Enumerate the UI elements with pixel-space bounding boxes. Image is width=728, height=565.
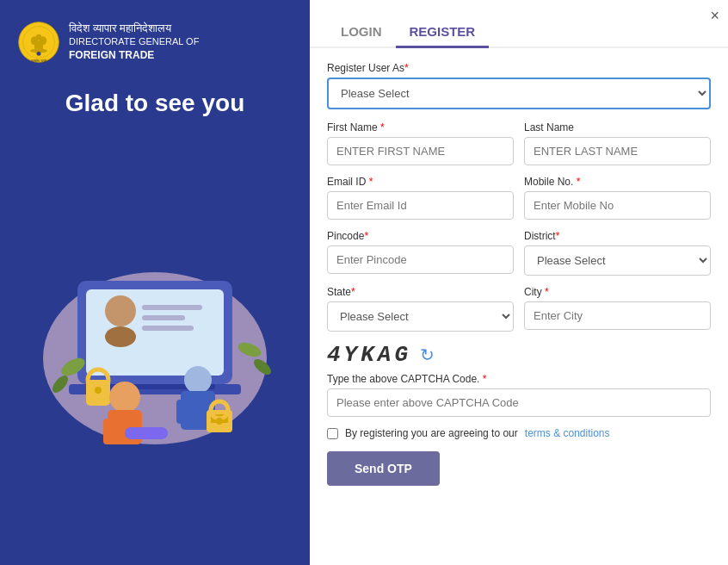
captcha-code: 4YKAG (327, 342, 411, 368)
last-name-input[interactable] (524, 137, 711, 165)
email-input[interactable] (327, 191, 514, 220)
svg-point-21 (95, 387, 102, 394)
email-mobile-row: Email ID * Mobile No. * (327, 176, 711, 220)
pincode-group: Pincode* (327, 230, 514, 276)
captcha-input-group: Type the above CAPTCHA Code. * (327, 373, 711, 417)
svg-point-7 (37, 52, 41, 56)
city-group: City * (524, 286, 711, 332)
city-label: City * (524, 286, 711, 298)
modal-container: सत्यमेव जयते विदेश व्यापार महानिदेशालय D… (0, 0, 728, 565)
illustration-svg (26, 212, 284, 470)
name-row: First Name * Last Name (327, 121, 711, 165)
logo-area: सत्यमेव जयते विदेश व्यापार महानिदेशालय D… (17, 21, 293, 64)
district-select[interactable]: Please Select (524, 245, 711, 276)
first-name-group: First Name * (327, 121, 514, 165)
svg-rect-16 (142, 326, 194, 331)
tab-login[interactable]: LOGIN (327, 17, 396, 48)
pincode-label: Pincode* (327, 230, 514, 242)
glad-heading: Glad to see you (65, 90, 245, 117)
last-name-group: Last Name (524, 121, 711, 165)
first-name-label: First Name * (327, 121, 514, 133)
svg-point-38 (216, 418, 223, 425)
logo-english: DIRECTORATE GENERAL OF FOREIGN TRADE (69, 35, 199, 63)
svg-rect-29 (194, 400, 208, 424)
svg-rect-14 (142, 305, 202, 310)
pincode-input[interactable] (327, 245, 514, 274)
register-user-as-group: Register User As* Please Select (327, 62, 711, 109)
register-form: Register User As* Please Select First Na… (310, 48, 728, 565)
logo-text-area: विदेश व्यापार महानिदेशालय DIRECTORATE GE… (69, 22, 199, 63)
mobile-group: Mobile No. * (524, 176, 711, 220)
captcha-input[interactable] (327, 388, 711, 417)
register-user-as-label: Register User As* (327, 62, 711, 74)
district-label: District* (524, 230, 711, 242)
register-user-as-select[interactable]: Please Select (327, 78, 711, 109)
terms-checkbox[interactable] (327, 428, 338, 439)
mobile-label: Mobile No. * (524, 176, 711, 188)
tab-register[interactable]: REGISTER (396, 17, 490, 48)
svg-text:सत्यमेव जयते: सत्यमेव जयते (30, 59, 47, 63)
svg-point-12 (105, 295, 136, 326)
state-city-row: State* Please Select City * (327, 286, 711, 332)
svg-point-26 (184, 366, 212, 394)
captcha-display: 4YKAG ↻ (327, 342, 711, 368)
svg-point-22 (109, 382, 140, 413)
svg-rect-24 (103, 419, 119, 444)
state-group: State* Please Select (327, 286, 514, 332)
terms-row: By registering you are agreeing to our t… (327, 427, 711, 439)
last-name-label: Last Name (524, 121, 711, 133)
district-group: District* Please Select (524, 230, 711, 276)
captcha-refresh-icon[interactable]: ↻ (420, 345, 435, 365)
first-name-input[interactable] (327, 137, 514, 165)
emblem-icon: सत्यमेव जयते (17, 21, 60, 64)
logo-hindi: विदेश व्यापार महानिदेशालय (69, 22, 199, 35)
tabs-bar: LOGIN REGISTER (310, 0, 728, 48)
city-input[interactable] (524, 301, 711, 330)
state-label: State* (327, 286, 514, 298)
email-group: Email ID * (327, 176, 514, 220)
pincode-district-row: Pincode* District* Please Select (327, 230, 711, 276)
mobile-input[interactable] (524, 191, 711, 220)
svg-point-13 (105, 326, 136, 347)
svg-rect-30 (125, 427, 168, 439)
email-label: Email ID * (327, 176, 514, 188)
svg-point-6 (36, 34, 42, 40)
send-otp-button[interactable]: Send OTP (327, 451, 440, 486)
right-panel: × LOGIN REGISTER Register User As* Pleas… (310, 0, 728, 565)
terms-text: By registering you are agreeing to our (345, 427, 518, 439)
captcha-type-label: Type the above CAPTCHA Code. * (327, 373, 711, 385)
state-select[interactable]: Please Select (327, 301, 514, 332)
svg-rect-15 (142, 315, 185, 320)
terms-link[interactable]: terms & conditions (525, 427, 610, 439)
left-panel: सत्यमेव जयते विदेश व्यापार महानिदेशालय D… (0, 0, 310, 565)
illustration (17, 134, 293, 548)
svg-rect-28 (176, 400, 190, 424)
close-button[interactable]: × (710, 7, 719, 25)
